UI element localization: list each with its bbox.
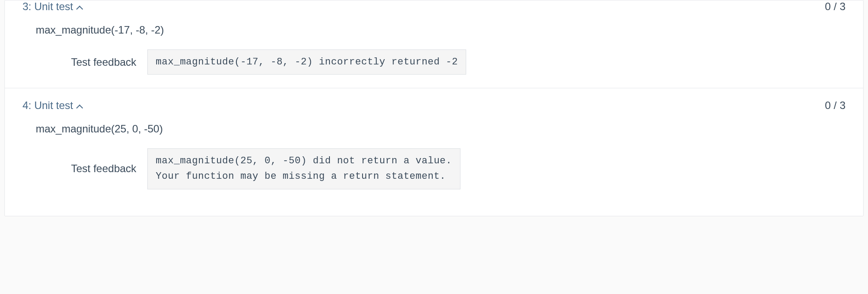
test-score: 0 / 3	[825, 0, 846, 13]
test-score: 0 / 3	[825, 99, 846, 112]
test-header-row[interactable]: 4: Unit test 0 / 3	[22, 99, 846, 112]
test-title: 4: Unit test	[22, 99, 83, 112]
test-title-text: 4: Unit test	[22, 99, 73, 112]
test-call: max_magnitude(-17, -8, -2)	[36, 24, 846, 36]
chevron-up-icon[interactable]	[77, 5, 83, 11]
feedback-label: Test feedback	[71, 56, 136, 68]
test-header-row[interactable]: 3: Unit test 0 / 3	[22, 0, 846, 13]
feedback-row: Test feedback max_magnitude(25, 0, -50) …	[71, 148, 846, 189]
feedback-label: Test feedback	[71, 162, 136, 175]
test-results-panel: 3: Unit test 0 / 3 max_magnitude(-17, -8…	[4, 0, 864, 216]
test-title-text: 3: Unit test	[22, 0, 73, 13]
test-block: 4: Unit test 0 / 3 max_magnitude(25, 0, …	[5, 88, 863, 202]
feedback-box: max_magnitude(-17, -8, -2) incorrectly r…	[147, 49, 466, 75]
chevron-up-icon[interactable]	[77, 104, 83, 110]
feedback-box: max_magnitude(25, 0, -50) did not return…	[147, 148, 460, 189]
test-title: 3: Unit test	[22, 0, 83, 13]
test-call: max_magnitude(25, 0, -50)	[36, 123, 846, 135]
test-block: 3: Unit test 0 / 3 max_magnitude(-17, -8…	[5, 0, 863, 88]
feedback-row: Test feedback max_magnitude(-17, -8, -2)…	[71, 49, 846, 75]
